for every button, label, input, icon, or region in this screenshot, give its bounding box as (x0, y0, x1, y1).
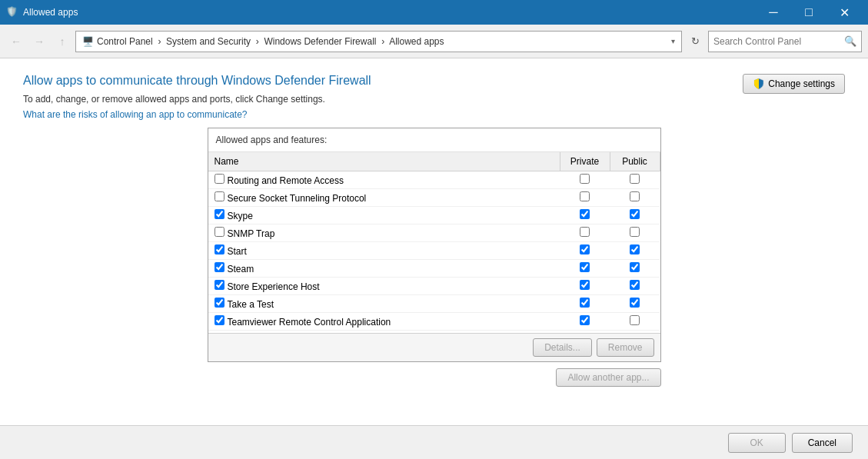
app-name-checkbox[interactable] (215, 209, 224, 219)
window-title: Allowed apps (23, 7, 751, 18)
public-checkbox[interactable] (630, 191, 640, 201)
private-checkbox[interactable] (580, 209, 590, 219)
app-name-cell: Start (208, 242, 560, 260)
app-private-cell (560, 295, 610, 313)
app-public-cell (610, 260, 660, 278)
public-checkbox[interactable] (630, 209, 640, 219)
app-public-cell (610, 295, 660, 313)
app-name-cell: Secure Socket Tunneling Protocol (208, 189, 560, 207)
table-row[interactable]: Secure Socket Tunneling Protocol (208, 189, 660, 207)
title-bar: 🛡️ Allowed apps ─ □ ✕ (0, 0, 868, 25)
search-input[interactable] (713, 36, 841, 47)
public-checkbox[interactable] (630, 244, 640, 254)
panel-header: Allowed apps and features: (208, 128, 660, 152)
app-public-cell (610, 242, 660, 260)
table-row[interactable]: Steam (208, 260, 660, 278)
private-checkbox[interactable] (580, 174, 590, 184)
public-checkbox[interactable] (630, 227, 640, 237)
app-private-cell (560, 242, 610, 260)
remove-button[interactable]: Remove (597, 338, 654, 357)
private-checkbox[interactable] (580, 280, 590, 290)
address-bar: ← → ↑ 🖥️ Control Panel › System and Secu… (0, 25, 868, 58)
private-checkbox[interactable] (580, 298, 590, 308)
table-row[interactable]: Routing and Remote Access (208, 171, 660, 189)
apps-table: Name Private Public Routing and Remote A… (208, 152, 660, 333)
app-name-checkbox[interactable] (215, 315, 224, 325)
top-left: Allow apps to communicate through Window… (23, 74, 371, 120)
folder-icon: 🖥️ (82, 36, 94, 47)
app-private-cell (560, 225, 610, 242)
app-name-checkbox[interactable] (215, 174, 224, 184)
up-button[interactable]: ↑ (52, 32, 72, 52)
public-checkbox[interactable] (630, 298, 640, 308)
address-field[interactable]: 🖥️ Control Panel › System and Security ›… (75, 31, 682, 52)
apps-table-container[interactable]: Name Private Public Routing and Remote A… (208, 152, 660, 333)
app-private-cell (560, 171, 610, 189)
search-box[interactable]: 🔍 (708, 31, 862, 52)
forward-button[interactable]: → (29, 32, 49, 52)
app-public-cell (610, 225, 660, 242)
allowed-apps-panel: Allowed apps and features: Name Private … (208, 128, 661, 362)
app-name-cell: SNMP Trap (208, 225, 560, 242)
table-row[interactable]: SNMP Trap (208, 225, 660, 242)
table-row[interactable]: Skype (208, 207, 660, 225)
public-checkbox[interactable] (630, 174, 640, 184)
shield-uac-icon (753, 78, 765, 90)
allow-another-button[interactable]: Allow another app... (556, 368, 660, 387)
app-public-cell (610, 171, 660, 189)
app-public-cell (610, 207, 660, 225)
risks-link[interactable]: What are the risks of allowing an app to… (23, 109, 247, 120)
cancel-button[interactable]: Cancel (792, 433, 853, 453)
details-button[interactable]: Details... (533, 338, 592, 357)
change-settings-label: Change settings (768, 78, 835, 89)
table-row[interactable]: Teamviewer Remote Control Application (208, 313, 660, 331)
app-name-cell: Teamviewer Remote Control Application (208, 313, 560, 331)
app-name-label: Steam (228, 264, 254, 274)
private-checkbox[interactable] (580, 227, 590, 237)
app-icon: 🛡️ (6, 6, 18, 18)
private-checkbox[interactable] (580, 315, 590, 325)
maximize-button[interactable]: □ (791, 0, 826, 25)
app-public-cell (610, 331, 660, 334)
public-checkbox[interactable] (630, 315, 640, 325)
ok-button[interactable]: OK (728, 433, 786, 453)
app-name-label: Take a Test (228, 299, 274, 310)
app-name-label: Start (228, 246, 247, 257)
app-private-cell (560, 278, 610, 295)
app-name-label: Teamviewer Remote Control Application (228, 317, 391, 328)
app-name-cell: Store Experience Host (208, 278, 560, 295)
change-settings-button[interactable]: Change settings (743, 74, 845, 94)
private-checkbox[interactable] (580, 191, 590, 201)
private-checkbox[interactable] (580, 244, 590, 254)
app-public-cell (610, 278, 660, 295)
page-title: Allow apps to communicate through Window… (23, 74, 371, 88)
minimize-button[interactable]: ─ (756, 0, 791, 25)
public-checkbox[interactable] (630, 280, 640, 290)
app-name-checkbox[interactable] (215, 298, 224, 308)
col-public: Public (610, 152, 660, 171)
app-name-cell: Steam (208, 260, 560, 278)
app-public-cell (610, 313, 660, 331)
refresh-button[interactable]: ↻ (685, 32, 705, 52)
app-name-checkbox[interactable] (215, 262, 224, 272)
app-private-cell (560, 189, 610, 207)
search-icon[interactable]: 🔍 (844, 35, 856, 47)
app-name-checkbox[interactable] (215, 191, 224, 201)
app-name-checkbox[interactable] (215, 227, 224, 237)
private-checkbox[interactable] (580, 262, 590, 272)
table-row[interactable]: Teamviewer Remote Control Service (208, 331, 660, 334)
table-row[interactable]: Start (208, 242, 660, 260)
allow-another-row: Allow another app... (208, 368, 661, 387)
back-button[interactable]: ← (6, 32, 26, 52)
window-controls: ─ □ ✕ (756, 0, 862, 25)
app-name-label: Store Experience Host (228, 281, 320, 292)
main-content: Allow apps to communicate through Window… (0, 58, 868, 459)
table-row[interactable]: Store Experience Host (208, 278, 660, 295)
app-name-cell: Take a Test (208, 295, 560, 313)
public-checkbox[interactable] (630, 262, 640, 272)
close-button[interactable]: ✕ (826, 0, 862, 25)
app-name-checkbox[interactable] (215, 244, 224, 254)
top-row: Allow apps to communicate through Window… (23, 74, 845, 120)
table-row[interactable]: Take a Test (208, 295, 660, 313)
app-name-checkbox[interactable] (215, 280, 224, 290)
